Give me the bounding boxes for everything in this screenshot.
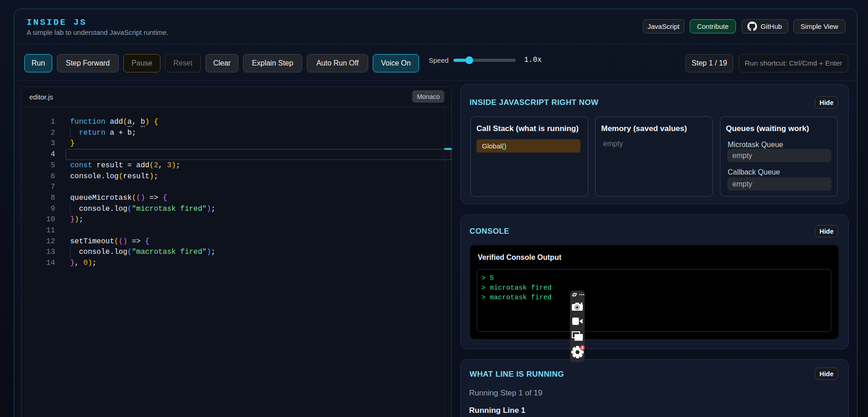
svg-text:3: 3 <box>581 346 584 350</box>
